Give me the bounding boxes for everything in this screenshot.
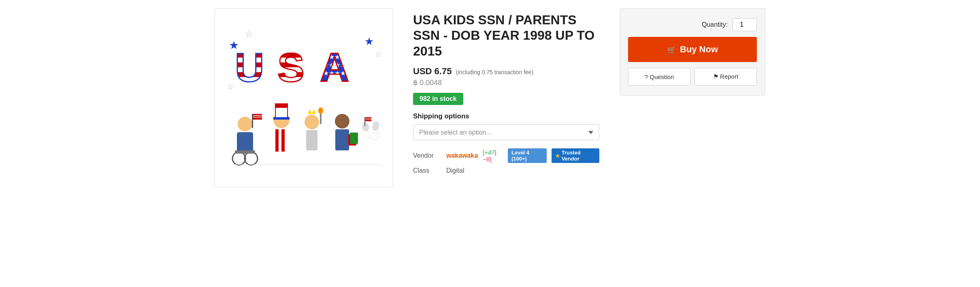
svg-text:☆: ☆ <box>227 82 234 91</box>
svg-rect-25 <box>281 129 285 152</box>
product-title: USA KIDS SSN / PARENTS SSN - DOB YEAR 19… <box>413 12 599 59</box>
product-page: U S S A ★ ☆ ★ ☆ ☆ <box>207 0 773 195</box>
product-image-section: U S S A ★ ☆ ★ ☆ ☆ <box>215 8 393 187</box>
buy-now-label: Buy Now <box>680 44 718 55</box>
stock-badge: 982 in stock <box>413 93 463 105</box>
svg-rect-15 <box>252 114 253 128</box>
svg-rect-24 <box>275 129 279 152</box>
svg-point-10 <box>238 117 252 131</box>
buy-now-button[interactable]: Buy Now <box>628 37 757 62</box>
class-value: Digital <box>446 167 464 174</box>
price-section: USD 6.75 (including 0.75 transaction fee… <box>413 66 599 77</box>
vendor-row: Vendor wakawaka [+47|−8] Level 4 (100+) … <box>413 148 599 163</box>
product-image: U S S A ★ ☆ ★ ☆ ☆ <box>215 9 392 187</box>
quantity-row: Quantity: <box>628 18 757 31</box>
vendor-link[interactable]: wakawaka <box>446 152 478 159</box>
svg-text:S: S <box>277 45 305 90</box>
vendor-level-badge: Level 4 (100+) <box>508 148 547 163</box>
question-label: ? Question <box>645 73 674 80</box>
price-fee: (including 0.75 transaction fee) <box>456 69 533 75</box>
trusted-vendor-badge: ★ Trusted Vendor <box>552 148 599 163</box>
svg-rect-40 <box>365 117 371 121</box>
svg-text:U: U <box>235 45 264 90</box>
vendor-neg: −8] <box>483 156 491 163</box>
svg-rect-21 <box>273 117 290 120</box>
svg-text:★: ★ <box>364 35 374 47</box>
shipping-select[interactable]: Please select an option... <box>413 124 599 140</box>
vendor-stats: [+47|−8] <box>483 149 503 163</box>
vendor-pos: [+47 <box>483 149 495 156</box>
svg-point-29 <box>318 107 323 114</box>
svg-rect-34 <box>350 133 358 144</box>
svg-rect-22 <box>275 104 288 108</box>
vendor-sep: | <box>495 149 496 156</box>
action-row: ? Question ⚑ Report <box>628 68 757 86</box>
quantity-input[interactable] <box>733 18 757 31</box>
shipping-label: Shipping options <box>413 112 599 120</box>
svg-rect-14 <box>235 150 255 154</box>
svg-text:☆: ☆ <box>245 29 253 39</box>
quantity-label: Quantity: <box>702 21 728 28</box>
svg-text:☆: ☆ <box>375 50 382 59</box>
svg-rect-32 <box>335 129 349 150</box>
purchase-panel: Quantity: Buy Now ? Question ⚑ Report <box>620 8 765 96</box>
svg-text:A: A <box>320 45 349 90</box>
class-label: Class <box>413 167 441 174</box>
svg-rect-30 <box>306 130 317 150</box>
svg-rect-0 <box>223 17 385 179</box>
report-button[interactable]: ⚑ Report <box>695 68 757 86</box>
star-icon: ★ <box>555 153 560 159</box>
svg-rect-16 <box>253 114 262 120</box>
price-btc: ฿ 0.0048 <box>413 78 599 87</box>
svg-rect-11 <box>237 132 253 152</box>
report-label: ⚑ Report <box>713 73 738 80</box>
svg-point-31 <box>335 114 349 129</box>
svg-rect-39 <box>364 117 365 126</box>
vendor-label: Vendor <box>413 152 441 159</box>
svg-point-36 <box>370 133 379 139</box>
question-button[interactable]: ? Question <box>628 68 690 86</box>
trusted-label: Trusted Vendor <box>562 150 596 162</box>
product-details: USA KIDS SSN / PARENTS SSN - DOB YEAR 19… <box>405 8 607 187</box>
class-row: Class Digital <box>413 167 599 174</box>
svg-point-26 <box>305 115 319 129</box>
cart-icon <box>667 44 676 55</box>
price-usd: USD 6.75 <box>413 66 452 76</box>
